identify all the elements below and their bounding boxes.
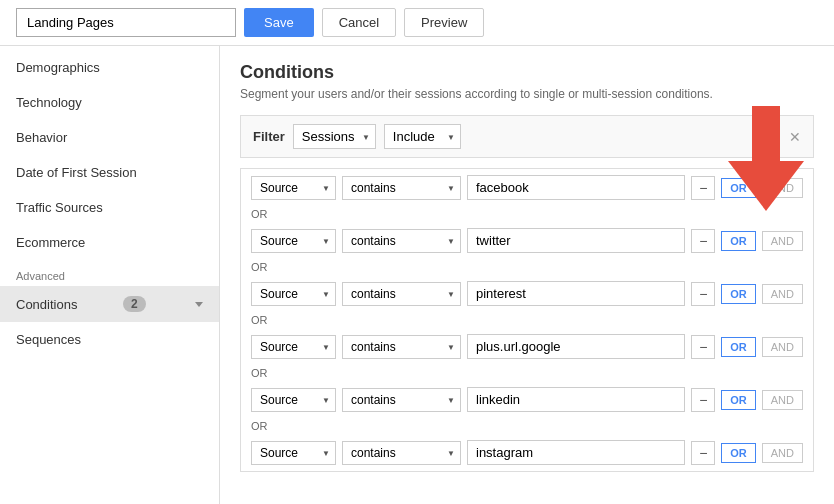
or-button-3[interactable]: OR (721, 337, 756, 357)
conditions-label: Conditions (16, 297, 77, 312)
value-input-0[interactable] (467, 175, 685, 200)
page-title: Conditions (240, 62, 814, 83)
and-button-2[interactable]: AND (762, 284, 803, 304)
and-button-3[interactable]: AND (762, 337, 803, 357)
dimension-select-3[interactable]: Source Medium Campaign (251, 335, 336, 359)
segment-name-input[interactable] (16, 8, 236, 37)
dimension-select-2[interactable]: Source Medium Campaign (251, 282, 336, 306)
dimension-select-4[interactable]: Source Medium Campaign (251, 388, 336, 412)
dimension-select-wrapper-0: Source Medium Campaign (251, 176, 336, 200)
remove-condition-button-4[interactable]: − (691, 388, 715, 412)
remove-condition-button-2[interactable]: − (691, 282, 715, 306)
or-separator: OR (241, 418, 813, 434)
operator-select-wrapper-5: contains does not contain exactly matche… (342, 441, 461, 465)
value-input-4[interactable] (467, 387, 685, 412)
remove-condition-button-5[interactable]: − (691, 441, 715, 465)
remove-condition-button-3[interactable]: − (691, 335, 715, 359)
page-description: Segment your users and/or their sessions… (240, 87, 814, 101)
include-select-wrapper: Include Exclude (384, 124, 461, 149)
sidebar: Demographics Technology Behavior Date of… (0, 46, 220, 504)
conditions-list: Source Medium Campaign contains does not… (240, 168, 814, 472)
sessions-select[interactable]: Sessions Users (293, 124, 376, 149)
or-separator: OR (241, 312, 813, 328)
dimension-select-wrapper-2: Source Medium Campaign (251, 282, 336, 306)
remove-condition-button-0[interactable]: − (691, 176, 715, 200)
sidebar-item-demographics[interactable]: Demographics (0, 50, 219, 85)
or-button-5[interactable]: OR (721, 443, 756, 463)
condition-row: Source Medium Campaign contains does not… (241, 222, 813, 259)
sessions-select-wrapper: Sessions Users (293, 124, 376, 149)
condition-row: Source Medium Campaign contains does not… (241, 434, 813, 471)
value-input-2[interactable] (467, 281, 685, 306)
condition-row: Source Medium Campaign contains does not… (241, 275, 813, 312)
dimension-select-5[interactable]: Source Medium Campaign (251, 441, 336, 465)
advanced-section-label: Advanced (0, 260, 219, 286)
sidebar-item-behavior[interactable]: Behavior (0, 120, 219, 155)
operator-select-4[interactable]: contains does not contain exactly matche… (342, 388, 461, 412)
preview-button[interactable]: Preview (404, 8, 484, 37)
and-button-4[interactable]: AND (762, 390, 803, 410)
condition-row: Source Medium Campaign contains does not… (241, 328, 813, 365)
or-button-1[interactable]: OR (721, 231, 756, 251)
value-input-3[interactable] (467, 334, 685, 359)
or-button-2[interactable]: OR (721, 284, 756, 304)
conditions-badge: 2 (123, 296, 146, 312)
sidebar-item-conditions[interactable]: Conditions 2 (0, 286, 219, 322)
sidebar-item-technology[interactable]: Technology (0, 85, 219, 120)
content-area: Conditions Segment your users and/or the… (220, 46, 834, 504)
include-select[interactable]: Include Exclude (384, 124, 461, 149)
condition-row: Source Medium Campaign contains does not… (241, 381, 813, 418)
operator-select-1[interactable]: contains does not contain exactly matche… (342, 229, 461, 253)
operator-select-wrapper-0: contains does not contain exactly matche… (342, 176, 461, 200)
header: Save Cancel Preview (0, 0, 834, 46)
sidebar-item-sequences[interactable]: Sequences (0, 322, 219, 357)
or-button-4[interactable]: OR (721, 390, 756, 410)
sidebar-item-ecommerce[interactable]: Ecommerce (0, 225, 219, 260)
value-input-1[interactable] (467, 228, 685, 253)
operator-select-wrapper-3: contains does not contain exactly matche… (342, 335, 461, 359)
operator-select-wrapper-4: contains does not contain exactly matche… (342, 388, 461, 412)
arrow-indicator (728, 106, 804, 211)
or-separator: OR (241, 259, 813, 275)
operator-select-3[interactable]: contains does not contain exactly matche… (342, 335, 461, 359)
dimension-select-wrapper-3: Source Medium Campaign (251, 335, 336, 359)
remove-condition-button-1[interactable]: − (691, 229, 715, 253)
dimension-select-wrapper-5: Source Medium Campaign (251, 441, 336, 465)
save-button[interactable]: Save (244, 8, 314, 37)
or-separator: OR (241, 365, 813, 381)
value-input-5[interactable] (467, 440, 685, 465)
main-layout: Demographics Technology Behavior Date of… (0, 46, 834, 504)
sidebar-item-date-of-first-session[interactable]: Date of First Session (0, 155, 219, 190)
operator-select-wrapper-2: contains does not contain exactly matche… (342, 282, 461, 306)
dimension-select-wrapper-1: Source Medium Campaign (251, 229, 336, 253)
operator-select-0[interactable]: contains does not contain exactly matche… (342, 176, 461, 200)
dimension-select-0[interactable]: Source Medium Campaign (251, 176, 336, 200)
dimension-select-1[interactable]: Source Medium Campaign (251, 229, 336, 253)
operator-select-wrapper-1: contains does not contain exactly matche… (342, 229, 461, 253)
operator-select-2[interactable]: contains does not contain exactly matche… (342, 282, 461, 306)
dimension-select-wrapper-4: Source Medium Campaign (251, 388, 336, 412)
sidebar-item-traffic-sources[interactable]: Traffic Sources (0, 190, 219, 225)
operator-select-5[interactable]: contains does not contain exactly matche… (342, 441, 461, 465)
cancel-button[interactable]: Cancel (322, 8, 396, 37)
filter-label: Filter (253, 129, 285, 144)
and-button-1[interactable]: AND (762, 231, 803, 251)
and-button-5[interactable]: AND (762, 443, 803, 463)
